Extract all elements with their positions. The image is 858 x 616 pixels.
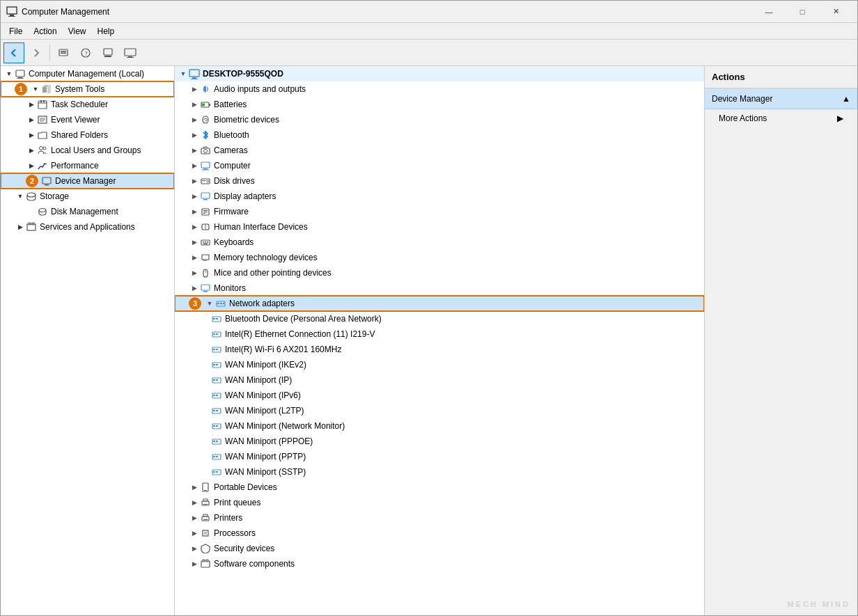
firmware-icon bbox=[200, 206, 211, 217]
svg-rect-36 bbox=[189, 70, 199, 77]
svg-rect-65 bbox=[205, 260, 207, 261]
disk-drives-label: Disk drives bbox=[214, 176, 255, 186]
device-disk-drives[interactable]: ▶ Disk drives bbox=[175, 173, 704, 189]
toolbar-monitor[interactable] bbox=[120, 42, 141, 63]
system-tools-expander: ▼ bbox=[30, 84, 41, 95]
svg-rect-87 bbox=[216, 379, 218, 381]
svg-rect-8 bbox=[104, 49, 112, 55]
device-wan-pptp[interactable]: WAN Miniport (PPTP) bbox=[175, 449, 704, 464]
bluetooth-label: Bluetooth bbox=[214, 130, 249, 140]
right-panel: Actions Device Manager ▲ More Actions ▶ … bbox=[704, 66, 857, 615]
close-button[interactable]: ✕ bbox=[820, 1, 852, 23]
device-monitors[interactable]: ▶ Monitors bbox=[175, 281, 704, 296]
svg-rect-90 bbox=[216, 395, 218, 396]
tree-performance[interactable]: ▶ Performance bbox=[1, 158, 174, 173]
device-memory[interactable]: ▶ Memory technology devices bbox=[175, 250, 704, 265]
root-expander: ▼ bbox=[3, 68, 15, 79]
actions-more-label: More Actions bbox=[719, 113, 767, 123]
device-wan-ip[interactable]: WAN Miniport (IP) bbox=[175, 372, 704, 388]
device-batteries[interactable]: ▶ Batteries bbox=[175, 97, 704, 112]
tree-event-viewer[interactable]: ▶ Event Viewer bbox=[1, 112, 174, 127]
device-eth-intel[interactable]: Intel(R) Ethernet Connection (11) I219-V bbox=[175, 326, 704, 342]
device-wan-ipv6[interactable]: WAN Miniport (IPv6) bbox=[175, 388, 704, 403]
toolbar-back[interactable] bbox=[3, 42, 24, 63]
svg-rect-0 bbox=[7, 7, 17, 14]
toolbar-help[interactable]: ? bbox=[75, 42, 96, 63]
device-cameras[interactable]: ▶ Cameras bbox=[175, 143, 704, 158]
device-hid[interactable]: ▶ Human Interface Devices bbox=[175, 219, 704, 235]
device-display[interactable]: ▶ Display adapters bbox=[175, 189, 704, 204]
device-root[interactable]: ▼ DESKTOP-9555QOD bbox=[175, 66, 704, 81]
device-wan-sstp[interactable]: WAN Miniport (SSTP) bbox=[175, 464, 704, 480]
device-mice[interactable]: ▶ Mice and other pointing devices bbox=[175, 265, 704, 281]
device-root-label: DESKTOP-9555QOD bbox=[203, 69, 283, 79]
device-security[interactable]: ▶ Security devices bbox=[175, 541, 704, 556]
device-biometric[interactable]: ▶ Biometric devices bbox=[175, 112, 704, 127]
device-keyboards[interactable]: ▶ Keyboards bbox=[175, 235, 704, 250]
svg-rect-55 bbox=[203, 213, 205, 214]
actions-more-arrow: ▶ bbox=[837, 113, 843, 123]
svg-rect-30 bbox=[45, 184, 49, 186]
device-portable[interactable]: ▶ Portable Devices bbox=[175, 480, 704, 495]
device-wan-netmon[interactable]: WAN Miniport (Network Monitor) bbox=[175, 418, 704, 434]
svg-rect-50 bbox=[201, 193, 210, 198]
tree-local-users[interactable]: ▶ Local Users and Groups bbox=[1, 143, 174, 158]
mice-expander: ▶ bbox=[189, 267, 200, 278]
device-wan-ikev2[interactable]: WAN Miniport (IKEv2) bbox=[175, 357, 704, 372]
menu-view[interactable]: View bbox=[63, 25, 92, 38]
event-viewer-expander: ▶ bbox=[26, 114, 37, 125]
portable-expander: ▶ bbox=[189, 482, 200, 493]
device-software[interactable]: ▶ Software components bbox=[175, 556, 704, 571]
toolbar-icon1[interactable] bbox=[53, 42, 74, 63]
performance-icon bbox=[37, 160, 48, 171]
tree-disk-management[interactable]: ▶ Disk Management bbox=[1, 204, 174, 219]
system-tools-label: System Tools bbox=[55, 84, 104, 94]
window-controls: — □ ✕ bbox=[753, 1, 852, 23]
maximize-button[interactable]: □ bbox=[786, 1, 818, 23]
tree-task-scheduler[interactable]: ▶ Task Scheduler bbox=[1, 97, 174, 112]
actions-section-arrow: ▲ bbox=[842, 94, 850, 104]
device-network-adapters[interactable]: 3 ▼ Network adapters bbox=[175, 296, 704, 311]
device-wan-l2tp[interactable]: WAN Miniport (L2TP) bbox=[175, 403, 704, 418]
device-bluetooth[interactable]: ▶ Bluetooth bbox=[175, 127, 704, 143]
wan-ikev2-label: WAN Miniport (IKEv2) bbox=[225, 360, 306, 370]
minimize-button[interactable]: — bbox=[753, 1, 785, 23]
menu-file[interactable]: File bbox=[3, 25, 28, 38]
actions-section-label: Device Manager bbox=[712, 94, 772, 104]
device-print-queues[interactable]: ▶ Print queues bbox=[175, 495, 704, 510]
svg-rect-1 bbox=[10, 15, 14, 16]
security-label: Security devices bbox=[214, 544, 274, 553]
device-bt-pan[interactable]: Bluetooth Device (Personal Area Network) bbox=[175, 311, 704, 326]
system-tools-icon bbox=[41, 84, 52, 95]
device-root-icon bbox=[189, 68, 200, 79]
actions-section-header[interactable]: Device Manager ▲ bbox=[705, 88, 857, 109]
tree-storage[interactable]: ▼ Storage bbox=[1, 189, 174, 204]
device-computer[interactable]: ▶ Computer bbox=[175, 158, 704, 173]
toolbar-icon2[interactable] bbox=[98, 42, 118, 63]
device-firmware[interactable]: ▶ Firmware bbox=[175, 204, 704, 219]
main-content: ▼ Computer Management (Local) 1 ▼ bbox=[1, 66, 857, 615]
toolbar-forward[interactable] bbox=[26, 42, 47, 63]
device-wan-pppoe[interactable]: WAN Miniport (PPPOE) bbox=[175, 434, 704, 449]
memory-label: Memory technology devices bbox=[214, 253, 318, 262]
tree-shared-folders[interactable]: ▶ Shared Folders bbox=[1, 127, 174, 143]
svg-rect-105 bbox=[216, 471, 218, 473]
svg-rect-19 bbox=[38, 101, 47, 109]
svg-rect-44 bbox=[201, 162, 210, 168]
tree-services-apps[interactable]: ▶ Services and Applications bbox=[1, 219, 174, 235]
device-printers[interactable]: ▶ Printers bbox=[175, 510, 704, 526]
device-wifi-intel[interactable]: Intel(R) Wi-Fi 6 AX201 160MHz bbox=[175, 342, 704, 357]
menu-action[interactable]: Action bbox=[28, 25, 62, 38]
tree-system-tools[interactable]: 1 ▼ System Tools bbox=[1, 81, 174, 97]
device-processors[interactable]: ▶ Processors bbox=[175, 526, 704, 541]
wan-netmon-icon bbox=[211, 420, 222, 432]
actions-more[interactable]: More Actions ▶ bbox=[705, 109, 857, 127]
security-expander: ▶ bbox=[189, 543, 200, 554]
local-users-icon bbox=[37, 145, 48, 156]
print-queues-label: Print queues bbox=[214, 498, 260, 507]
menu-help[interactable]: Help bbox=[92, 25, 120, 38]
device-audio[interactable]: ▶ Audio inputs and outputs bbox=[175, 81, 704, 97]
network-expander: ▼ bbox=[204, 298, 215, 309]
tree-root[interactable]: ▼ Computer Management (Local) bbox=[1, 66, 174, 81]
tree-device-manager[interactable]: 2 Device Manager bbox=[1, 173, 174, 189]
